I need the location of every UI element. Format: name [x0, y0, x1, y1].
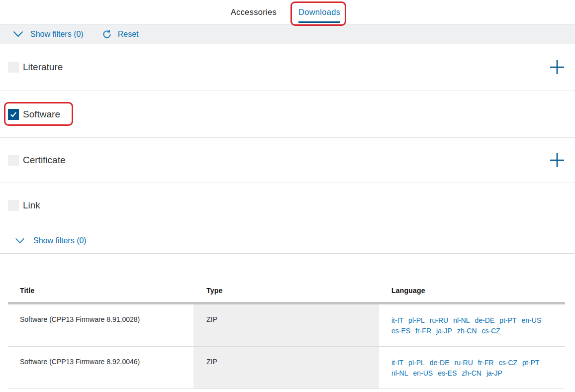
expand-literature-button[interactable]: [549, 59, 566, 76]
certificate-checkbox[interactable]: [8, 155, 19, 166]
table-header-row: Title Type Language: [8, 279, 565, 302]
filter-row-software: Software: [0, 91, 575, 138]
column-header-type: Type: [193, 287, 379, 294]
expand-certificate-button[interactable]: [549, 152, 566, 169]
language-link[interactable]: pt-PT: [522, 358, 539, 368]
language-link[interactable]: cs-CZ: [482, 326, 500, 336]
column-header-language: Language: [379, 287, 565, 294]
show-filters-button-bottom[interactable]: Show filters (0): [33, 236, 87, 245]
language-link[interactable]: zh-CN: [457, 326, 477, 336]
download-title: Software (CPP13 Firmware 8.92.0046): [8, 347, 193, 389]
certificate-label: Certificate: [23, 155, 66, 166]
download-type: ZIP: [193, 304, 379, 346]
reset-icon: [101, 29, 112, 40]
language-link[interactable]: ja-JP: [486, 368, 502, 379]
language-link[interactable]: ru-RU: [454, 358, 473, 368]
language-link[interactable]: nl-NL: [453, 315, 470, 326]
software-checkbox[interactable]: [8, 109, 19, 120]
language-link[interactable]: es-ES: [438, 368, 457, 379]
literature-checkbox[interactable]: [8, 62, 19, 73]
language-link[interactable]: pl-PL: [408, 315, 425, 326]
active-tab-underline: [298, 21, 340, 23]
tab-downloads[interactable]: Downloads: [298, 0, 340, 24]
checkmark-icon: [9, 110, 18, 119]
filter-toolbar: Show filters (0) Reset: [0, 24, 575, 44]
chevron-down-icon: [15, 238, 25, 244]
language-link[interactable]: en-US: [413, 368, 433, 379]
literature-label: Literature: [23, 62, 63, 73]
tab-downloads-label: Downloads: [298, 7, 340, 17]
chevron-down-icon: [13, 31, 23, 37]
language-link[interactable]: pt-PT: [499, 315, 516, 326]
tab-accessories-label: Accessories: [231, 7, 277, 17]
language-link[interactable]: pl-PL: [408, 358, 425, 368]
language-link[interactable]: fr-FR: [415, 326, 431, 336]
language-link[interactable]: es-ES: [391, 326, 410, 336]
language-link[interactable]: de-DE: [430, 358, 450, 368]
filter-row-literature: Literature: [0, 44, 575, 91]
filter-footer: Show filters (0): [0, 228, 575, 254]
language-link[interactable]: it-IT: [391, 315, 403, 326]
reset-button[interactable]: Reset: [118, 30, 139, 39]
download-type: ZIP: [193, 347, 379, 389]
plus-icon: [549, 59, 566, 76]
language-link[interactable]: ja-JP: [436, 326, 452, 336]
filter-row-certificate: Certificate: [0, 138, 575, 183]
tab-bar: Accessories Downloads: [0, 0, 573, 24]
language-link[interactable]: nl-NL: [391, 368, 408, 379]
language-link[interactable]: fr-FR: [478, 358, 494, 368]
language-link[interactable]: it-IT: [391, 358, 403, 368]
language-links: it-ITpl-PLru-RUnl-NLde-DEpt-PTen-USes-ES…: [379, 304, 565, 346]
language-link[interactable]: en-US: [522, 315, 542, 326]
download-title: Software (CPP13 Firmware 8.91.0028): [8, 304, 193, 346]
link-label: Link: [23, 200, 40, 211]
table-row: Software (CPP13 Firmware 8.91.0028) ZIP …: [8, 304, 565, 347]
filter-row-link: Link: [0, 183, 575, 228]
plus-icon: [549, 152, 566, 169]
column-header-title: Title: [8, 287, 193, 294]
downloads-table: Title Type Language Software (CPP13 Firm…: [8, 279, 565, 389]
link-checkbox[interactable]: [8, 200, 19, 211]
spacer: [0, 254, 575, 279]
downloads-page: Accessories Downloads Show filters (0) R…: [0, 0, 575, 392]
language-link[interactable]: de-DE: [475, 315, 495, 326]
table-row: Software (CPP13 Firmware 8.92.0046) ZIP …: [8, 347, 565, 389]
language-link[interactable]: zh-CN: [462, 368, 481, 379]
show-filters-button[interactable]: Show filters (0): [30, 30, 84, 39]
language-links: it-ITpl-PLde-DEru-RUfr-FRcs-CZpt-PTnl-NL…: [379, 347, 565, 389]
software-label: Software: [23, 109, 60, 120]
language-link[interactable]: cs-CZ: [499, 358, 517, 368]
language-link[interactable]: ru-RU: [430, 315, 448, 326]
tab-accessories[interactable]: Accessories: [231, 0, 277, 24]
